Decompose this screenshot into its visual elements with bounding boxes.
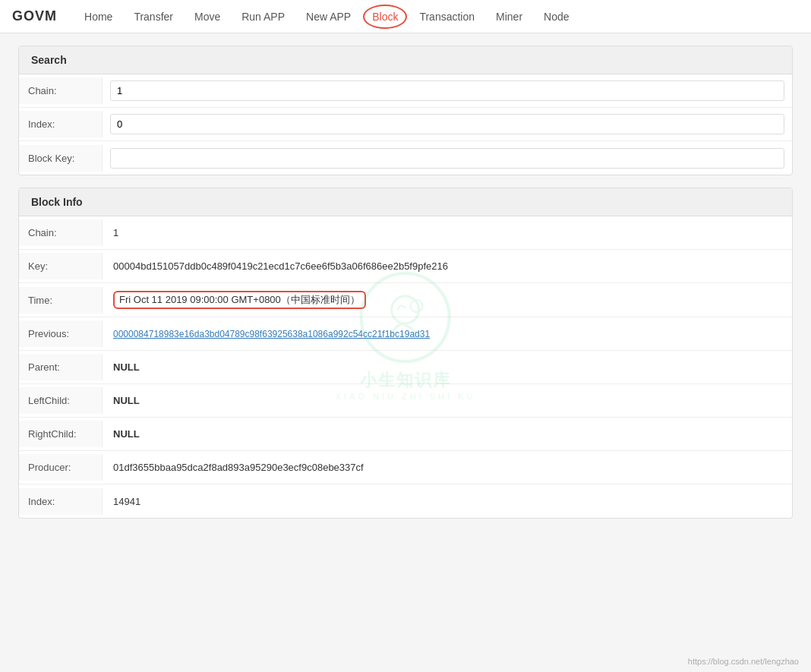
nav-link-miner[interactable]: Miner xyxy=(487,5,532,29)
nav-link-new-app[interactable]: New APP xyxy=(297,5,360,29)
block-field-value-4: NULL xyxy=(103,354,792,380)
block-field-label-8: Index: xyxy=(19,488,103,515)
navbar: GOVM HomeTransferMoveRun APPNew APPBlock… xyxy=(0,0,811,33)
block-field-row-0: Chain:1 xyxy=(19,216,792,250)
block-info-panel-title: Block Info xyxy=(19,188,792,216)
block-info-panel-body: Chain:1Key:00004bd151057ddb0c489f0419c21… xyxy=(19,216,792,518)
block-field-label-5: LeftChild: xyxy=(19,387,103,414)
block-field-label-2: Time: xyxy=(19,287,103,314)
block-field-row-3: Previous:0000084718983e16da3bd04789c98f6… xyxy=(19,317,792,351)
nav-link-transfer[interactable]: Transfer xyxy=(125,5,182,29)
block-info-panel: Block Info Chain:1Key:00004bd151057ddb0c… xyxy=(18,188,793,519)
nav-link-transaction[interactable]: Transaction xyxy=(410,5,484,29)
block-field-value-7: 01df3655bbaa95dca2f8ad893a95290e3ecf9c08… xyxy=(103,454,792,481)
block-field-row-6: RightChild:NULL xyxy=(19,418,792,451)
search-field-row-0: Chain: xyxy=(19,74,792,108)
brand: GOVM xyxy=(12,8,57,24)
search-field-input-1[interactable] xyxy=(110,114,784,134)
search-field-label-0: Chain: xyxy=(19,77,103,104)
block-field-row-4: Parent:NULL xyxy=(19,351,792,384)
block-field-value-5: NULL xyxy=(103,387,792,414)
search-field-input-0[interactable] xyxy=(110,80,784,101)
search-panel-title: Search xyxy=(19,46,792,74)
block-field-value-6: NULL xyxy=(103,421,792,447)
nav-links: HomeTransferMoveRun APPNew APPBlockTrans… xyxy=(75,5,579,29)
block-field-row-8: Index:14941 xyxy=(19,484,792,518)
search-panel: Search Chain:Index:Block Key: xyxy=(18,46,793,175)
block-field-value-2: Fri Oct 11 2019 09:00:00 GMT+0800（中国标准时间… xyxy=(103,283,792,317)
block-field-label-3: Previous: xyxy=(19,320,103,347)
nav-link-node[interactable]: Node xyxy=(535,5,578,29)
block-field-label-7: Producer: xyxy=(19,454,103,481)
search-field-input-2[interactable] xyxy=(110,148,784,169)
block-field-row-5: LeftChild:NULL xyxy=(19,384,792,418)
nav-link-block[interactable]: Block xyxy=(363,5,407,29)
search-panel-body: Chain:Index:Block Key: xyxy=(19,74,792,175)
block-field-value-1: 00004bd151057ddb0c489f0419c21ecd1c7c6ee6… xyxy=(103,253,792,279)
search-field-label-1: Index: xyxy=(19,111,103,137)
block-field-label-1: Key: xyxy=(19,253,103,279)
search-field-label-2: Block Key: xyxy=(19,145,103,172)
main-content: Search Chain:Index:Block Key: Block Info… xyxy=(0,33,811,672)
block-field-label-4: Parent: xyxy=(19,354,103,380)
search-field-row-2: Block Key: xyxy=(19,141,792,175)
block-field-value-8: 14941 xyxy=(103,488,792,515)
block-field-label-6: RightChild: xyxy=(19,421,103,447)
block-field-row-2: Time:Fri Oct 11 2019 09:00:00 GMT+0800（中… xyxy=(19,283,792,317)
nav-link-run-app[interactable]: Run APP xyxy=(232,5,294,29)
block-field-label-0: Chain: xyxy=(19,219,103,246)
block-field-row-1: Key:00004bd151057ddb0c489f0419c21ecd1c7c… xyxy=(19,250,792,283)
block-field-value-3: 0000084718983e16da3bd04789c98f63925638a1… xyxy=(103,320,792,347)
block-time-value: Fri Oct 11 2019 09:00:00 GMT+0800（中国标准时间… xyxy=(113,291,366,309)
footer-link: https://blog.csdn.net/lengzhao xyxy=(688,657,799,666)
nav-link-home[interactable]: Home xyxy=(75,5,121,29)
block-field-row-7: Producer:01df3655bbaa95dca2f8ad893a95290… xyxy=(19,451,792,484)
search-field-row-1: Index: xyxy=(19,108,792,141)
block-field-value-0: 1 xyxy=(103,219,792,246)
block-field-link-3[interactable]: 0000084718983e16da3bd04789c98f63925638a1… xyxy=(113,329,430,339)
nav-link-move[interactable]: Move xyxy=(185,5,229,29)
